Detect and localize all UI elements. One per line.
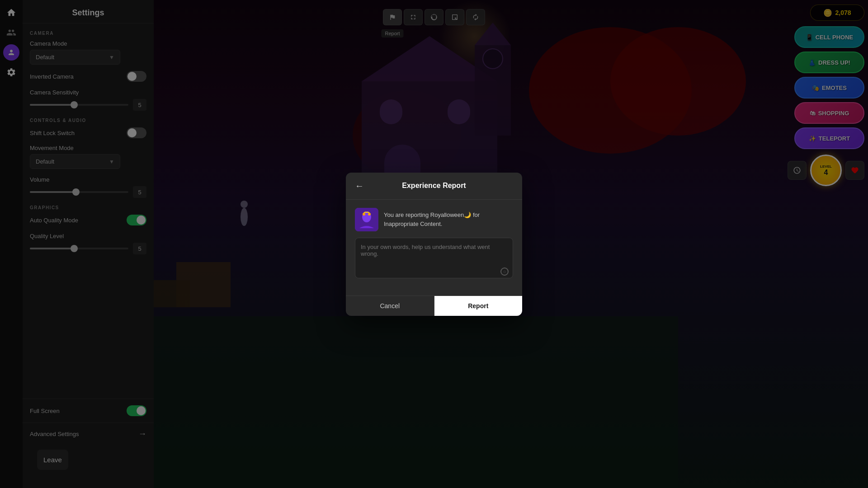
report-avatar [355, 208, 378, 231]
textarea-resize-icon: ○ [500, 267, 509, 276]
cancel-button[interactable]: Cancel [346, 296, 434, 316]
modal-overlay: ← Experience Report [0, 0, 868, 488]
modal-header: ← Experience Report [346, 173, 522, 200]
modal-title: Experience Report [368, 182, 500, 190]
svg-point-20 [363, 213, 365, 216]
svg-point-21 [368, 213, 371, 216]
textarea-wrapper: ○ [355, 238, 513, 280]
modal-actions: Cancel Report [346, 296, 522, 316]
experience-report-modal: ← Experience Report [346, 173, 522, 316]
modal-body: You are reporting Royalloween🌙 for Inapp… [346, 200, 522, 296]
report-user-text: You are reporting Royalloween🌙 for Inapp… [384, 211, 513, 228]
report-button[interactable]: Report [434, 296, 523, 316]
report-textarea[interactable] [355, 238, 513, 278]
report-user-row: You are reporting Royalloween🌙 for Inapp… [355, 208, 513, 231]
modal-back-button[interactable]: ← [355, 181, 364, 191]
